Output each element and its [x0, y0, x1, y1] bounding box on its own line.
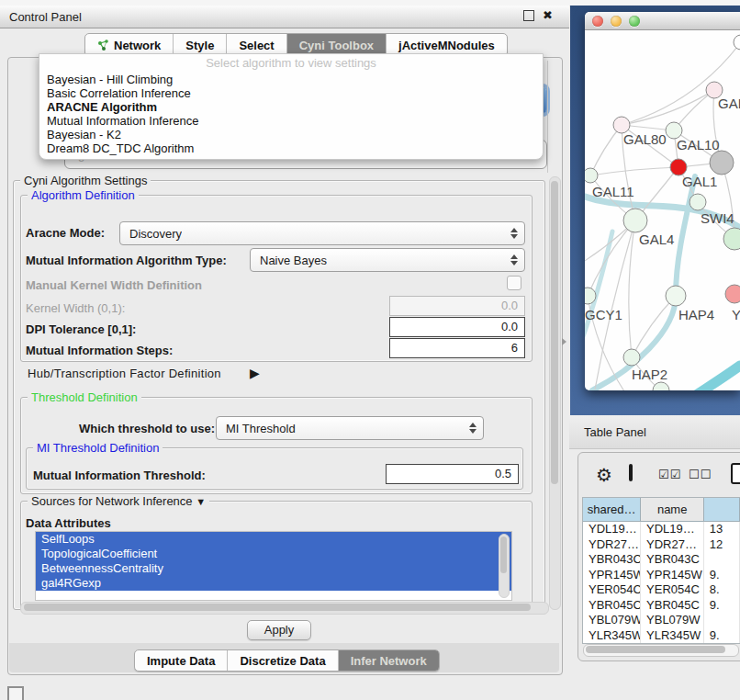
table-cell: 9.: [704, 628, 740, 644]
algorithm-option[interactable]: Bayesian - Hill Climbing: [39, 73, 543, 86]
table-column-header[interactable]: shared…: [583, 498, 641, 522]
table-row[interactable]: YBR045CYBR045C9.: [583, 598, 740, 614]
network-canvas[interactable]: GALGAL80GAL10GAL1GAL11GAL4SWI4GCY1HAP4YH…: [585, 30, 740, 390]
network-node-y[interactable]: [725, 285, 740, 303]
table-settings-gear-icon[interactable]: ⚙: [596, 464, 612, 486]
float-panel-icon[interactable]: [523, 10, 534, 21]
network-node[interactable]: [653, 382, 669, 390]
which-threshold-value: MI Threshold: [217, 422, 296, 435]
table-cell: YBR043C: [641, 552, 704, 568]
deselect-all-columns-icon[interactable]: ☐☐: [689, 468, 712, 481]
minimized-panel-icon[interactable]: [7, 686, 24, 700]
dpi-tolerance-field[interactable]: 0.0: [389, 317, 525, 337]
data-attribute-item[interactable]: gal4RGexp: [36, 576, 511, 591]
table-column-header[interactable]: name: [641, 498, 704, 522]
table-panel-body: ⚙ ☑☑ ☐☐ shared…name YDL19…YDL19…13YDR27……: [577, 452, 740, 661]
settings-hscrollbar[interactable]: [20, 602, 549, 615]
settings-hscrollbar-thumb[interactable]: [24, 604, 531, 611]
which-threshold-combobox[interactable]: MI Threshold: [216, 416, 484, 440]
aracne-mode-combobox[interactable]: Discovery: [119, 221, 525, 245]
apply-button[interactable]: Apply: [247, 620, 311, 640]
tab-infer-network[interactable]: Infer Network: [339, 650, 439, 671]
aracne-mode-value: Discovery: [120, 227, 182, 241]
table-columns-icon[interactable]: [629, 464, 633, 481]
network-node-hap4[interactable]: [666, 286, 686, 306]
table-row[interactable]: YPR145WYPR145W9.: [583, 568, 740, 583]
table-cell: 9.: [704, 598, 740, 614]
table-panel-header: Table Panel: [569, 415, 740, 449]
table-row[interactable]: YER054CYER054C8.: [583, 582, 740, 598]
data-attribute-item[interactable]: BetweennessCentrality: [36, 561, 511, 576]
network-node-label: GCY1: [585, 307, 622, 322]
table-row[interactable]: YDL19…YDL19…13: [583, 522, 740, 537]
network-node-label: GAL1: [682, 174, 717, 189]
network-node-swi4[interactable]: [690, 194, 706, 210]
data-attributes-list[interactable]: SelfLoopsTopologicalCoefficientBetweenne…: [35, 531, 512, 601]
settings-vscrollbar[interactable]: [549, 176, 561, 610]
settings-vscrollbar-thumb[interactable]: [551, 181, 558, 484]
table-cell: YDL19…: [583, 522, 641, 537]
network-node[interactable]: [710, 151, 734, 175]
expand-arrow-icon[interactable]: ▼: [196, 496, 206, 507]
network-node[interactable]: [734, 35, 740, 50]
table-row[interactable]: YBR043CYBR043C: [583, 552, 740, 568]
manual-kernel-width-checkbox[interactable]: [507, 276, 521, 290]
table-cell: YBR043C: [583, 552, 641, 568]
table-cell: YBL079W: [583, 613, 641, 628]
table-row[interactable]: YLR345WYLR345W9.: [583, 628, 740, 644]
mi-algorithm-type-combobox[interactable]: Naive Bayes: [250, 248, 525, 272]
network-node-gal11[interactable]: [585, 168, 598, 183]
table-row[interactable]: YDR27…YDR27…12: [583, 537, 740, 553]
splitter-toggle-icon[interactable]: [562, 338, 566, 345]
network-node[interactable]: [723, 228, 740, 250]
data-attribute-item[interactable]: TopologicalCoefficient: [36, 547, 511, 561]
table-row[interactable]: YBL079WYBL079W: [583, 613, 740, 628]
network-edge: [622, 42, 740, 125]
kernel-width-label: Kernel Width (0,1):: [26, 301, 125, 315]
network-node-gal4[interactable]: [623, 209, 647, 232]
table-cell: YER054C: [641, 582, 704, 598]
table-hscrollbar-thumb[interactable]: [586, 646, 725, 653]
table-cell: YLR345W: [641, 628, 704, 644]
network-edge: [590, 125, 622, 175]
combobox-stepper-icon: [510, 254, 518, 265]
network-node-label: HAP2: [632, 367, 667, 382]
kernel-width-field[interactable]: 0.0: [389, 296, 525, 316]
close-panel-icon[interactable]: ✖: [543, 9, 553, 21]
algorithm-option[interactable]: Mutual Information Inference: [39, 114, 543, 128]
table-cell: YER054C: [583, 582, 641, 598]
mi-threshold-group-title: MI Threshold Definition: [33, 442, 163, 454]
network-node-hap2[interactable]: [623, 349, 640, 366]
select-all-columns-icon[interactable]: ☑☑: [658, 468, 681, 481]
node-table[interactable]: shared…name YDL19…YDL19…13YDR27…YDR27…12…: [582, 497, 740, 644]
table-hscrollbar[interactable]: [583, 644, 739, 657]
collapse-arrow-icon[interactable]: ▶: [250, 366, 260, 380]
list-vscrollbar-thumb[interactable]: [500, 536, 507, 573]
network-edge: [622, 90, 714, 125]
minimize-window-icon[interactable]: [611, 16, 622, 27]
data-attribute-item[interactable]: SelfLoops: [36, 532, 511, 547]
zoom-window-icon[interactable]: [629, 16, 640, 27]
network-node-label: GAL80: [623, 131, 667, 147]
network-window-titlebar[interactable]: [585, 12, 740, 30]
algorithm-option[interactable]: Dream8 DC_TDC Algorithm: [39, 141, 543, 155]
tab-impute-data[interactable]: Impute Data: [135, 650, 228, 671]
algorithm-option[interactable]: Bayesian - K2: [39, 128, 543, 141]
tab-discretize-data[interactable]: Discretize Data: [228, 650, 338, 671]
combobox-stepper-icon: [510, 228, 518, 239]
table-cell: YPR145W: [641, 568, 704, 583]
network-node-label: GAL4: [639, 231, 674, 247]
hub-definition-label[interactable]: Hub/Transcription Factor Definition: [28, 367, 221, 380]
close-window-icon[interactable]: [592, 16, 603, 27]
algorithm-definition-title: Algorithm Definition: [28, 189, 139, 201]
table-column-header[interactable]: [704, 498, 740, 522]
network-edge: [585, 220, 588, 296]
mi-threshold-field[interactable]: 0.5: [386, 464, 519, 484]
table-cell: YBR045C: [641, 598, 704, 614]
app-root: Control Panel ✖ NetworkStyleSelectCyni T…: [0, 0, 740, 700]
algorithm-option[interactable]: ARACNE Algorithm: [39, 100, 543, 114]
algorithm-option[interactable]: Basic Correlation Inference: [39, 86, 543, 100]
new-table-icon[interactable]: [731, 463, 740, 484]
mi-steps-field[interactable]: 6: [389, 338, 525, 358]
list-vscrollbar[interactable]: [499, 534, 510, 598]
